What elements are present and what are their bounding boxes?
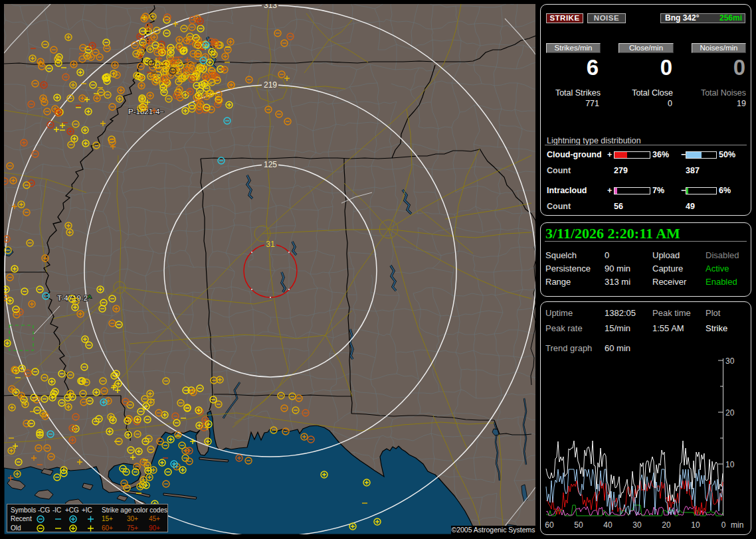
svg-text:P-1821-4−: P-1821-4− — [128, 108, 164, 116]
svg-text:30: 30 — [632, 520, 642, 530]
svg-text:min: min — [731, 520, 743, 530]
svg-text:0: 0 — [721, 520, 726, 530]
svg-text:313: 313 — [264, 4, 277, 10]
svg-text:20: 20 — [662, 520, 671, 530]
svg-text:31: 31 — [266, 240, 275, 249]
svg-text:60: 60 — [545, 520, 554, 530]
svg-text:10: 10 — [691, 520, 700, 530]
svg-text:50: 50 — [574, 520, 583, 530]
svg-text:40: 40 — [603, 520, 613, 530]
svg-text:30: 30 — [725, 356, 735, 366]
svg-text:20: 20 — [725, 408, 735, 418]
svg-text:219: 219 — [264, 80, 277, 90]
svg-text:125: 125 — [264, 160, 277, 169]
svg-text:10: 10 — [725, 460, 735, 469]
